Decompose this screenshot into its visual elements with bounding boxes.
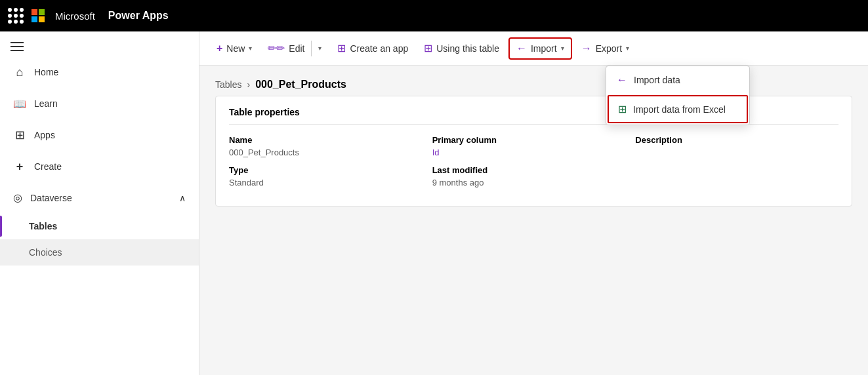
- breadcrumb: Tables › 000_Pet_Products: [199, 66, 868, 96]
- content-area: + New ▾ ✏ Edit ▾ ⊞ Create an app ⊞ Using…: [199, 31, 868, 375]
- sidebar: Home Learn Apps Create Dataverse ∧ Table…: [0, 31, 199, 375]
- new-label: New: [226, 43, 245, 54]
- dataverse-icon: [13, 191, 22, 204]
- edit-button[interactable]: ✏ Edit ▾: [261, 37, 328, 60]
- type-value: Standard: [229, 178, 419, 188]
- edit-label: Edit: [289, 43, 304, 54]
- export-label: Export: [596, 43, 622, 54]
- name-label: Name: [229, 135, 419, 145]
- export-chevron-icon: ▾: [626, 45, 629, 52]
- tables-label: Tables: [29, 221, 57, 231]
- sidebar-label-dataverse: Dataverse: [30, 193, 171, 203]
- import-data-label: Import data: [634, 75, 680, 85]
- name-column: Name 000_Pet_Products Type Standard: [229, 135, 432, 195]
- dropdown-import-data[interactable]: ← Import data: [606, 66, 749, 94]
- import-chevron-icon: ▾: [561, 45, 564, 52]
- apps-icon: [13, 128, 26, 142]
- toolbar: + New ▾ ✏ Edit ▾ ⊞ Create an app ⊞ Using…: [199, 31, 868, 66]
- last-modified-value: 9 months ago: [432, 178, 623, 188]
- breadcrumb-current: 000_Pet_Products: [255, 79, 346, 90]
- breadcrumb-arrow-icon: ›: [247, 79, 250, 90]
- edit-chevron-icon: ▾: [318, 45, 321, 52]
- excel-icon: ⊞: [618, 103, 627, 115]
- create-app-button[interactable]: ⊞ Create an app: [331, 38, 415, 58]
- waffle-menu[interactable]: [8, 8, 24, 24]
- new-button[interactable]: + New ▾: [210, 39, 258, 58]
- import-label: Import: [531, 43, 557, 54]
- name-value: 000_Pet_Products: [229, 148, 419, 157]
- using-table-icon: ⊞: [424, 42, 432, 54]
- primary-column-value: Id: [432, 148, 623, 157]
- export-icon: →: [581, 43, 592, 54]
- create-app-label: Create an app: [350, 43, 408, 54]
- top-bar: Microsoft Power Apps: [0, 0, 868, 31]
- sidebar-item-tables[interactable]: Tables: [0, 213, 199, 239]
- primary-column: Primary column Id Last modified 9 months…: [432, 135, 636, 195]
- import-dropdown: ← Import data ⊞ Import data from Excel: [606, 66, 750, 125]
- sidebar-label-learn: Learn: [34, 98, 58, 109]
- primary-column-label: Primary column: [432, 135, 623, 145]
- import-excel-label: Import data from Excel: [633, 104, 726, 115]
- sidebar-item-learn[interactable]: Learn: [0, 88, 199, 119]
- sidebar-item-create[interactable]: Create: [0, 151, 199, 182]
- hamburger-menu[interactable]: [0, 31, 34, 56]
- table-props-grid: Name 000_Pet_Products Type Standard Prim…: [229, 135, 838, 195]
- choices-label: Choices: [29, 247, 62, 258]
- sidebar-label-create: Create: [34, 161, 62, 172]
- create-app-icon: ⊞: [337, 42, 346, 54]
- chevron-up-icon: ∧: [179, 193, 186, 203]
- dropdown-import-excel[interactable]: ⊞ Import data from Excel: [608, 95, 748, 123]
- description-label: Description: [635, 135, 825, 145]
- microsoft-logo: [31, 9, 45, 22]
- learn-icon: [13, 97, 26, 110]
- import-icon: ←: [516, 43, 527, 54]
- using-table-label: Using this table: [436, 43, 499, 54]
- plus-icon: +: [217, 43, 222, 54]
- import-button[interactable]: ← Import ▾: [508, 37, 572, 60]
- sidebar-item-home[interactable]: Home: [0, 56, 199, 88]
- sidebar-item-apps[interactable]: Apps: [0, 119, 199, 151]
- last-modified-label: Last modified: [432, 165, 623, 175]
- edit-divider: [311, 41, 312, 56]
- app-name: Power Apps: [108, 10, 169, 22]
- edit-icon: ✏: [268, 42, 285, 54]
- type-label: Type: [229, 165, 419, 175]
- brand-name: Microsoft: [55, 10, 95, 22]
- sidebar-nav: Home Learn Apps Create Dataverse ∧ Table…: [0, 56, 199, 375]
- main-layout: Home Learn Apps Create Dataverse ∧ Table…: [0, 31, 868, 375]
- using-table-button[interactable]: ⊞ Using this table: [417, 38, 506, 58]
- import-data-icon: ←: [617, 74, 627, 86]
- sidebar-label-home: Home: [34, 67, 58, 77]
- create-icon: [13, 160, 26, 173]
- breadcrumb-parent[interactable]: Tables: [215, 79, 241, 90]
- sidebar-item-dataverse[interactable]: Dataverse ∧: [0, 182, 199, 213]
- sidebar-item-choices[interactable]: Choices: [0, 239, 199, 266]
- description-column: Description: [635, 135, 838, 195]
- sidebar-label-apps: Apps: [34, 130, 55, 140]
- new-chevron-icon: ▾: [249, 45, 252, 52]
- table-properties-card: Table properties Name 000_Pet_Products T…: [215, 96, 852, 207]
- export-button[interactable]: → Export ▾: [575, 39, 636, 58]
- home-icon: [13, 66, 26, 79]
